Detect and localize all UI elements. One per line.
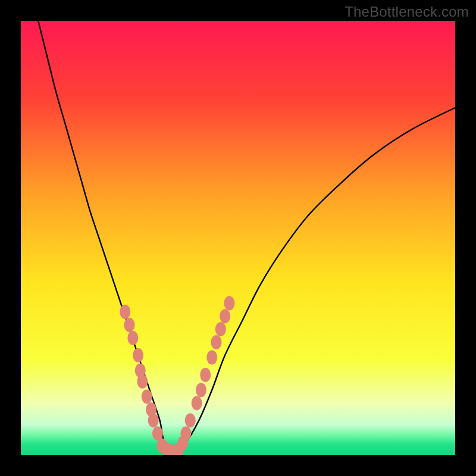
marker-dot	[196, 383, 206, 397]
marker-dot	[148, 414, 159, 428]
marker-dot	[200, 368, 211, 382]
marker-dot	[120, 305, 130, 319]
marker-dot	[206, 350, 217, 365]
marker-dot	[127, 331, 138, 345]
chart-frame: TheBottleneck.com	[0, 0, 476, 476]
marker-dot	[124, 318, 135, 332]
marker-dot	[224, 296, 234, 311]
marker-dot	[142, 389, 152, 403]
marker-dot	[211, 335, 222, 349]
marker-dot	[133, 348, 143, 362]
marker-dot	[177, 436, 188, 450]
curve-layer	[21, 21, 455, 455]
bottleneck-curve	[38, 21, 455, 452]
watermark-text: TheBottleneck.com	[345, 4, 469, 20]
marker-dot	[152, 427, 163, 441]
marker-dot	[215, 322, 226, 336]
plot-area	[21, 21, 455, 455]
marker-dot	[220, 309, 230, 323]
marker-dot	[192, 396, 202, 410]
marker-dot	[137, 374, 148, 389]
marker-dot	[185, 414, 196, 428]
